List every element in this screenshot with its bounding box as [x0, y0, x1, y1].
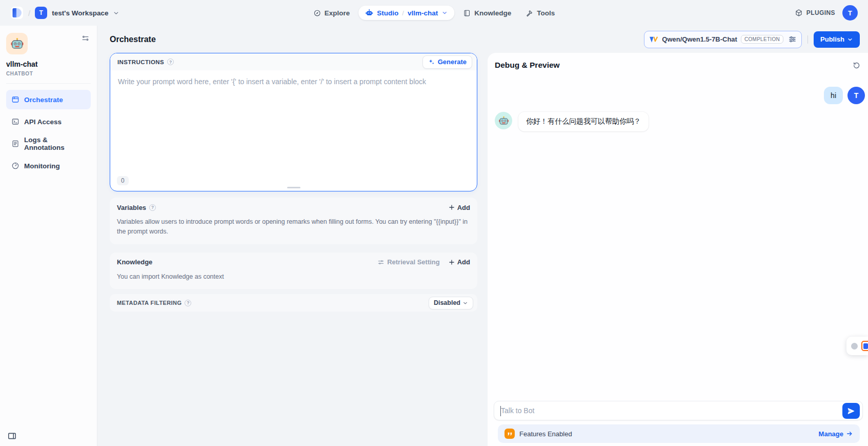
logs-icon [11, 140, 19, 148]
nav-studio-app: vllm-chat [408, 9, 438, 17]
sparkles-icon [428, 59, 435, 66]
variables-description: Variables allow users to introduce promp… [110, 217, 477, 244]
knowledge-header: Knowledge Retrieval Setting [110, 253, 477, 272]
orchestrate-icon [11, 95, 19, 104]
vertical-divider [808, 35, 808, 44]
book-icon [463, 9, 471, 17]
publish-label: Publish [820, 35, 844, 43]
manage-label: Manage [819, 430, 843, 438]
instructions-title: INSTRUCTIONS [117, 59, 164, 65]
nav-studio[interactable]: Studio / vllm-chat [358, 6, 454, 20]
header-left: / T test's Workspace [10, 6, 119, 20]
prompt-editor[interactable]: Write your prompt word here, enter '{' t… [110, 70, 477, 176]
sidebar-item-orchestrate[interactable]: Orchestrate [6, 90, 91, 109]
generate-button[interactable]: Generate [422, 55, 472, 69]
dify-logo[interactable] [10, 6, 24, 20]
content-topbar: Orchestrate Qwen/Qwen1.5-7B-Chat COMPLET… [97, 26, 868, 53]
instructions-panel: INSTRUCTIONS Generate Write y [110, 53, 477, 191]
robot-emoji-icon [10, 37, 24, 51]
features-label: Features Enabled [519, 430, 572, 438]
studio-separator: / [402, 9, 404, 17]
generate-label: Generate [438, 58, 467, 66]
chat-message-user: hi T [495, 87, 865, 104]
gauge-icon [11, 162, 19, 170]
sidebar-item-label: Orchestrate [24, 96, 63, 104]
sidebar-item-monitoring[interactable]: Monitoring [6, 156, 91, 176]
sidebar-item-logs-annotations[interactable]: Logs & Annotations [6, 134, 91, 153]
user-message-bubble: hi [824, 87, 843, 104]
metadata-filtering-row: METADATA FILTERING Disabled [110, 294, 477, 312]
plugins-button[interactable]: PLUGINS [795, 9, 835, 17]
nav-explore-label: Explore [325, 9, 350, 17]
help-icon[interactable] [149, 204, 156, 211]
workspace-name[interactable]: test's Workspace [52, 9, 108, 17]
resize-handle[interactable] [287, 187, 300, 188]
hammer-icon [526, 9, 533, 17]
chat-input[interactable] [494, 401, 862, 420]
app-name: vllm-chat [6, 60, 91, 68]
collapse-sidebar-icon[interactable] [7, 431, 17, 441]
bot-message-bubble: 你好！有什么问题我可以帮助你吗？ [518, 112, 649, 131]
instructions-header: INSTRUCTIONS Generate [110, 53, 477, 70]
topbar-controls: Qwen/Qwen1.5-7B-Chat COMPLETION Publish [644, 31, 860, 48]
nav-knowledge-label: Knowledge [474, 9, 511, 17]
add-label: Add [457, 204, 470, 211]
gray-dot-icon [851, 343, 858, 350]
model-selector[interactable]: Qwen/Qwen1.5-7B-Chat COMPLETION [644, 31, 802, 48]
plus-icon [448, 204, 455, 211]
extension-icon [861, 341, 868, 351]
main-nav: Explore Studio / vllm-chat Knowledge [308, 0, 560, 26]
nav-studio-label: Studio [377, 9, 398, 17]
debug-title: Debug & Preview [495, 61, 560, 70]
retrieval-setting-button[interactable]: Retrieval Setting [377, 258, 440, 266]
chat-history: hi T [488, 70, 868, 401]
breadcrumb-separator: / [28, 9, 30, 17]
knowledge-description: You can import Knowledge as context [110, 272, 477, 289]
text-cursor [500, 406, 501, 416]
explore-icon [313, 9, 321, 17]
debug-header: Debug & Preview [488, 53, 868, 70]
sidebar-item-label: Logs & Annotations [24, 136, 86, 151]
header-right: PLUGINS T [795, 5, 858, 21]
chevron-down-icon[interactable] [113, 10, 119, 16]
main-area: Orchestrate Qwen/Qwen1.5-7B-Chat COMPLET… [97, 26, 868, 446]
robot-icon [365, 9, 373, 17]
chat-message-bot: 你好！有什么问题我可以帮助你吗？ [495, 112, 865, 131]
chevron-down-icon[interactable] [441, 10, 448, 16]
send-button[interactable] [842, 403, 860, 419]
model-params-icon[interactable] [788, 35, 797, 44]
user-avatar[interactable]: T [842, 5, 858, 21]
instructions-footer: 0 [110, 176, 477, 191]
sliders-icon [377, 259, 385, 266]
plugins-label: PLUGINS [806, 9, 835, 16]
features-bar: Features Enabled Manage [498, 424, 860, 443]
add-knowledge-button[interactable]: Add [448, 258, 470, 266]
chevron-down-icon [462, 300, 468, 306]
knowledge-card: Knowledge Retrieval Setting [110, 253, 477, 289]
chat-input-container [494, 401, 863, 420]
manage-features-link[interactable]: Manage [819, 430, 853, 438]
sidebar-item-label: Monitoring [24, 162, 60, 170]
nav-tools[interactable]: Tools [520, 6, 560, 21]
orchestrate-config: INSTRUCTIONS Generate Write y [110, 53, 477, 446]
metadata-filtering-select[interactable]: Disabled [429, 297, 473, 309]
chat-input-area: Features Enabled Manage [488, 401, 868, 446]
app-avatar [6, 33, 28, 54]
add-variable-button[interactable]: Add [448, 204, 470, 211]
help-icon[interactable] [167, 59, 174, 65]
nav-knowledge[interactable]: Knowledge [457, 6, 517, 21]
restart-conversation-icon[interactable] [852, 61, 861, 70]
model-mode-badge: COMPLETION [741, 35, 783, 44]
content-row: INSTRUCTIONS Generate Write y [97, 53, 868, 446]
sidebar-item-api-access[interactable]: API Access [6, 112, 91, 131]
help-icon[interactable] [185, 300, 191, 306]
workspace-avatar[interactable]: T [35, 7, 47, 19]
floating-extension-widget[interactable] [846, 337, 868, 355]
send-icon [847, 407, 855, 415]
app-type-badge: CHATBOT [6, 71, 91, 76]
nav-explore[interactable]: Explore [308, 6, 356, 21]
app-settings-icon[interactable] [80, 33, 91, 44]
vllm-logo-icon [649, 35, 658, 44]
publish-button[interactable]: Publish [814, 31, 860, 48]
debug-preview-panel: Debug & Preview hi T [488, 53, 868, 446]
